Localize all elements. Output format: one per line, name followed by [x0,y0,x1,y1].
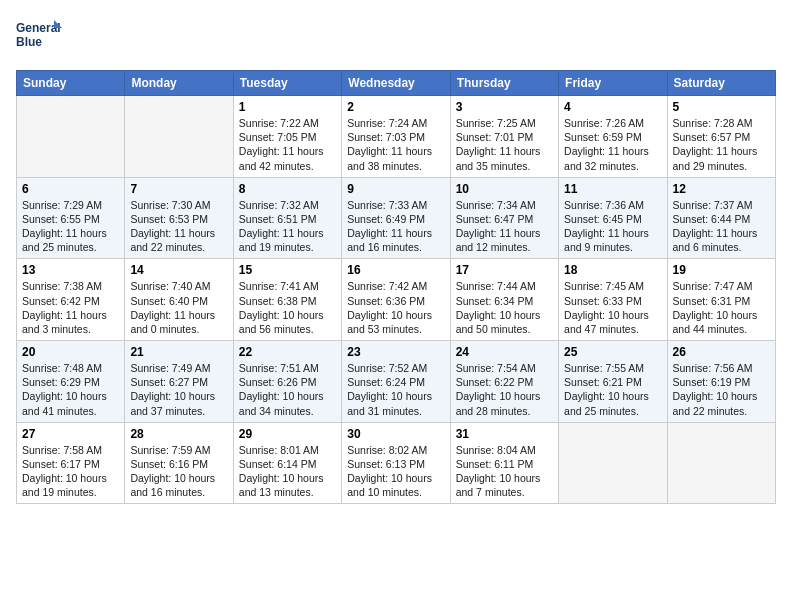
weekday-header: Friday [559,71,667,96]
day-number: 23 [347,345,444,359]
weekday-header: Tuesday [233,71,341,96]
day-number: 27 [22,427,119,441]
day-info: Sunrise: 7:30 AM Sunset: 6:53 PM Dayligh… [130,198,227,255]
day-number: 24 [456,345,553,359]
day-info: Sunrise: 7:45 AM Sunset: 6:33 PM Dayligh… [564,279,661,336]
day-info: Sunrise: 7:32 AM Sunset: 6:51 PM Dayligh… [239,198,336,255]
day-info: Sunrise: 7:37 AM Sunset: 6:44 PM Dayligh… [673,198,770,255]
calendar-cell: 13Sunrise: 7:38 AM Sunset: 6:42 PM Dayli… [17,259,125,341]
calendar-cell: 19Sunrise: 7:47 AM Sunset: 6:31 PM Dayli… [667,259,775,341]
day-info: Sunrise: 7:28 AM Sunset: 6:57 PM Dayligh… [673,116,770,173]
day-info: Sunrise: 7:40 AM Sunset: 6:40 PM Dayligh… [130,279,227,336]
day-info: Sunrise: 7:22 AM Sunset: 7:05 PM Dayligh… [239,116,336,173]
weekday-header: Monday [125,71,233,96]
calendar-cell: 8Sunrise: 7:32 AM Sunset: 6:51 PM Daylig… [233,177,341,259]
calendar-cell: 1Sunrise: 7:22 AM Sunset: 7:05 PM Daylig… [233,96,341,178]
calendar-cell: 18Sunrise: 7:45 AM Sunset: 6:33 PM Dayli… [559,259,667,341]
calendar-cell: 3Sunrise: 7:25 AM Sunset: 7:01 PM Daylig… [450,96,558,178]
day-info: Sunrise: 7:26 AM Sunset: 6:59 PM Dayligh… [564,116,661,173]
day-info: Sunrise: 7:47 AM Sunset: 6:31 PM Dayligh… [673,279,770,336]
day-info: Sunrise: 8:02 AM Sunset: 6:13 PM Dayligh… [347,443,444,500]
calendar-cell [667,422,775,504]
day-info: Sunrise: 7:54 AM Sunset: 6:22 PM Dayligh… [456,361,553,418]
weekday-header: Sunday [17,71,125,96]
day-number: 29 [239,427,336,441]
day-number: 6 [22,182,119,196]
day-number: 9 [347,182,444,196]
day-number: 22 [239,345,336,359]
day-number: 26 [673,345,770,359]
day-info: Sunrise: 7:24 AM Sunset: 7:03 PM Dayligh… [347,116,444,173]
weekday-header: Thursday [450,71,558,96]
calendar-cell: 15Sunrise: 7:41 AM Sunset: 6:38 PM Dayli… [233,259,341,341]
logo-svg: General Blue [16,16,66,58]
calendar-cell: 23Sunrise: 7:52 AM Sunset: 6:24 PM Dayli… [342,341,450,423]
day-number: 13 [22,263,119,277]
day-info: Sunrise: 7:59 AM Sunset: 6:16 PM Dayligh… [130,443,227,500]
day-info: Sunrise: 7:51 AM Sunset: 6:26 PM Dayligh… [239,361,336,418]
calendar-cell: 26Sunrise: 7:56 AM Sunset: 6:19 PM Dayli… [667,341,775,423]
day-number: 12 [673,182,770,196]
weekday-header: Saturday [667,71,775,96]
calendar-table: SundayMondayTuesdayWednesdayThursdayFrid… [16,70,776,504]
calendar-cell: 12Sunrise: 7:37 AM Sunset: 6:44 PM Dayli… [667,177,775,259]
day-number: 4 [564,100,661,114]
calendar-cell: 25Sunrise: 7:55 AM Sunset: 6:21 PM Dayli… [559,341,667,423]
calendar-week-row: 1Sunrise: 7:22 AM Sunset: 7:05 PM Daylig… [17,96,776,178]
calendar-cell: 9Sunrise: 7:33 AM Sunset: 6:49 PM Daylig… [342,177,450,259]
day-number: 11 [564,182,661,196]
day-number: 25 [564,345,661,359]
day-number: 16 [347,263,444,277]
calendar-cell: 29Sunrise: 8:01 AM Sunset: 6:14 PM Dayli… [233,422,341,504]
calendar-week-row: 13Sunrise: 7:38 AM Sunset: 6:42 PM Dayli… [17,259,776,341]
day-info: Sunrise: 7:42 AM Sunset: 6:36 PM Dayligh… [347,279,444,336]
day-info: Sunrise: 7:44 AM Sunset: 6:34 PM Dayligh… [456,279,553,336]
day-info: Sunrise: 7:52 AM Sunset: 6:24 PM Dayligh… [347,361,444,418]
calendar-cell: 31Sunrise: 8:04 AM Sunset: 6:11 PM Dayli… [450,422,558,504]
calendar-week-row: 20Sunrise: 7:48 AM Sunset: 6:29 PM Dayli… [17,341,776,423]
svg-text:Blue: Blue [16,35,42,49]
day-number: 21 [130,345,227,359]
day-info: Sunrise: 7:58 AM Sunset: 6:17 PM Dayligh… [22,443,119,500]
day-number: 10 [456,182,553,196]
svg-text:General: General [16,21,61,35]
day-info: Sunrise: 7:25 AM Sunset: 7:01 PM Dayligh… [456,116,553,173]
day-number: 14 [130,263,227,277]
calendar-cell [559,422,667,504]
calendar-cell: 4Sunrise: 7:26 AM Sunset: 6:59 PM Daylig… [559,96,667,178]
calendar-cell [125,96,233,178]
day-number: 19 [673,263,770,277]
calendar-cell: 17Sunrise: 7:44 AM Sunset: 6:34 PM Dayli… [450,259,558,341]
day-number: 30 [347,427,444,441]
day-number: 7 [130,182,227,196]
calendar-cell: 28Sunrise: 7:59 AM Sunset: 6:16 PM Dayli… [125,422,233,504]
day-info: Sunrise: 7:55 AM Sunset: 6:21 PM Dayligh… [564,361,661,418]
logo: General Blue [16,16,66,58]
calendar-cell: 24Sunrise: 7:54 AM Sunset: 6:22 PM Dayli… [450,341,558,423]
calendar-cell: 5Sunrise: 7:28 AM Sunset: 6:57 PM Daylig… [667,96,775,178]
calendar-cell: 7Sunrise: 7:30 AM Sunset: 6:53 PM Daylig… [125,177,233,259]
calendar-week-row: 6Sunrise: 7:29 AM Sunset: 6:55 PM Daylig… [17,177,776,259]
day-number: 31 [456,427,553,441]
day-info: Sunrise: 7:56 AM Sunset: 6:19 PM Dayligh… [673,361,770,418]
day-info: Sunrise: 8:01 AM Sunset: 6:14 PM Dayligh… [239,443,336,500]
day-number: 15 [239,263,336,277]
calendar-cell: 30Sunrise: 8:02 AM Sunset: 6:13 PM Dayli… [342,422,450,504]
calendar-cell: 22Sunrise: 7:51 AM Sunset: 6:26 PM Dayli… [233,341,341,423]
day-number: 20 [22,345,119,359]
day-info: Sunrise: 7:48 AM Sunset: 6:29 PM Dayligh… [22,361,119,418]
day-number: 3 [456,100,553,114]
day-info: Sunrise: 7:41 AM Sunset: 6:38 PM Dayligh… [239,279,336,336]
day-info: Sunrise: 7:36 AM Sunset: 6:45 PM Dayligh… [564,198,661,255]
calendar-cell: 14Sunrise: 7:40 AM Sunset: 6:40 PM Dayli… [125,259,233,341]
calendar-cell: 16Sunrise: 7:42 AM Sunset: 6:36 PM Dayli… [342,259,450,341]
day-number: 2 [347,100,444,114]
calendar-cell: 27Sunrise: 7:58 AM Sunset: 6:17 PM Dayli… [17,422,125,504]
day-number: 8 [239,182,336,196]
calendar-cell: 10Sunrise: 7:34 AM Sunset: 6:47 PM Dayli… [450,177,558,259]
calendar-cell: 21Sunrise: 7:49 AM Sunset: 6:27 PM Dayli… [125,341,233,423]
calendar-week-row: 27Sunrise: 7:58 AM Sunset: 6:17 PM Dayli… [17,422,776,504]
day-number: 18 [564,263,661,277]
day-info: Sunrise: 7:49 AM Sunset: 6:27 PM Dayligh… [130,361,227,418]
weekday-header: Wednesday [342,71,450,96]
